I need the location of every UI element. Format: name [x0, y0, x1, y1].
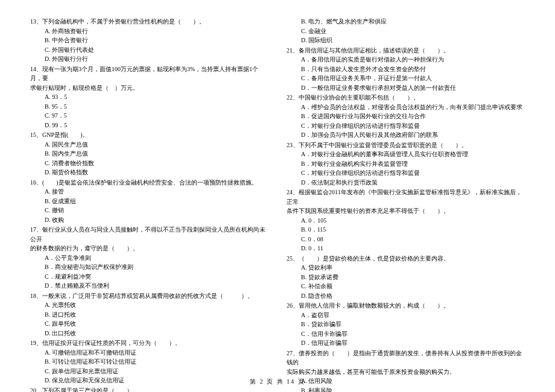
q20-text: 20、下列不属于第三产业的是（ ）。 — [30, 386, 268, 393]
q14-option-a: A. 93．5 — [30, 92, 268, 102]
q13-option-d: D. 外国银行分行 — [30, 54, 268, 64]
question-20: 20、下列不属于第三产业的是（ ）。 A. 房地产业 — [30, 386, 268, 393]
q18-option-d: D. 出口托收 — [30, 329, 268, 338]
q14-line2: 求银行贴现时，贴现价格是（ ）万元。 — [30, 83, 268, 93]
q15-option-d: D. 期货价格指数 — [30, 168, 268, 177]
q17-line1: 17、银行业从业人员在与同业人员接触时，不得以不正当手段刺探同业人员所在机构尚未… — [30, 225, 268, 244]
q21-option-b: B．只有当借款人发生意外才会发生资金的垫付 — [287, 65, 525, 74]
q19-text: 19、信用证按开证行保证性质的不同，可分为（ ）。 — [30, 338, 268, 348]
q27-line1: 27、债券投资的（ ）是指由于通货膨胀的发生，债券持有人从投资债券中所收到的金钱… — [287, 349, 525, 367]
question-17: 17、银行业从业人员在与同业人员接触时，不得以不正当手段刺探同业人员所在机构尚未… — [30, 225, 268, 291]
q26-text: 26、冒用他人信用卡，骗取财物数额较大的，构成（ ）。 — [287, 301, 525, 311]
question-24: 24、根据银监会2011年发布的《中国银行业实施新监管标准指导意见》，新标准实施… — [287, 188, 525, 253]
q20-option-c: C. 金融业 — [287, 27, 525, 36]
q15-option-b: B. 国内生产总值 — [30, 149, 268, 159]
right-column: B. 电力、燃气及水的生产和供应 C. 金融业 D. 国际组织 21、备用信用证… — [287, 17, 525, 392]
q25-option-b: B. 贷款承诺费 — [287, 273, 525, 282]
q15-option-a: A. 国民生产总值 — [30, 140, 268, 150]
q15-option-c: C. 消费者物价指数 — [30, 159, 268, 168]
q15-text: 15、GNP是指( )。 — [30, 130, 268, 140]
q18-option-a: A. 光票托收 — [30, 300, 268, 310]
question-22: 22、中国银行业协会的主要职能不包括（ ）。 A．维护会员的合法权益，对侵害会员… — [287, 93, 525, 140]
q22-text: 22、中国银行业协会的主要职能不包括（ ）。 — [287, 93, 525, 103]
q21-option-d: D．一般信用证业务要求银行承担对受益人的第一付款责任 — [287, 83, 525, 93]
q13-option-c: C. 外国银行代表处 — [30, 45, 268, 55]
q24-option-b: B. 0．115 — [287, 225, 525, 235]
q25-option-d: D. 隐含价格 — [287, 291, 525, 301]
q24-line2: 条件下我国系统重要性银行的资本充足率不得低于（ ）。 — [287, 206, 525, 216]
q22-option-a: A．维护会员的合法权益，对侵害会员合法权益的行为，向有关部门提出申诉或要求 — [287, 103, 525, 112]
question-15: 15、GNP是指( )。 A. 国民生产总值 B. 国内生产总值 C. 消费者物… — [30, 130, 268, 177]
q16-option-a: A. 接管 — [30, 187, 268, 197]
q20-option-b: B. 电力、燃气及水的生产和供应 — [287, 17, 525, 27]
q17-option-a: A．公平竞争准则 — [30, 253, 268, 263]
q17-option-d: D．禁止贿赂及不当便利 — [30, 281, 268, 291]
question-16: 16、( )是银监会依法保护银行业金融机构经营安全、合法的一项预防性拯救措施。 … — [30, 178, 268, 225]
q26-option-d: D．信用证诈骗罪 — [287, 338, 525, 348]
q21-option-a: A．备用信用证的实质是银行对借款人的一种担保行为 — [287, 55, 525, 65]
q23-option-a: A．对银行业金融机构的董事和高级管理人员实行任职资格管理 — [287, 150, 525, 159]
q26-option-b: B．贷款诈骗罪 — [287, 320, 525, 329]
q22-option-b: B．促进国内银行业与国外银行业的交往与合作 — [287, 112, 525, 121]
q19-option-a: A. 可撤销信用证和不可撤销信用证 — [30, 348, 268, 358]
q13-text: 13、下列金融机构中，不属于外资银行营业性机构的是（ ）。 — [30, 17, 268, 27]
q14-line1: 14、现有一张为期3个月，面值100万元的票据，贴现利率为3%，当持票人持有票据… — [30, 65, 268, 83]
q24-option-c: C. 0．08 — [287, 235, 525, 244]
q14-option-b: B. 95．5 — [30, 102, 268, 112]
q19-option-c: C. 跟单信用证和光票信用证 — [30, 367, 268, 376]
q23-option-c: C．对银行业自律组织的活动进行指导和监督 — [287, 168, 525, 178]
question-20-cont: B. 电力、燃气及水的生产和供应 C. 金融业 D. 国际组织 — [287, 17, 525, 45]
q16-option-b: B. 促成重组 — [30, 197, 268, 206]
question-14: 14、现有一张为期3个月，面值100万元的票据，贴现利率为3%，当持票人持有票据… — [30, 65, 268, 130]
q17-line2: 的财务数据的行为，遵守的是（ ）。 — [30, 244, 268, 253]
q25-option-c: C. 补偿余额 — [287, 282, 525, 291]
q26-option-c: C．信用卡诈骗罪 — [287, 329, 525, 339]
question-18: 18、一般来说，广泛用于非贸易结算或贸易从属费用收款的托收方式是（ ）。 A. … — [30, 291, 268, 338]
q18-text: 18、一般来说，广泛用于非贸易结算或贸易从属费用收款的托收方式是（ ）。 — [30, 291, 268, 301]
q27-line2: 实际购买力越来越低，甚至有可能低于原来投资金额的购买力。 — [287, 367, 525, 377]
left-column: 13、下列金融机构中，不属于外资银行营业性机构的是（ ）。 A. 外商独资银行 … — [30, 17, 268, 392]
q16-option-c: C. 撤销 — [30, 206, 268, 215]
q14-option-c: C. 97．5 — [30, 111, 268, 121]
question-25: 25、（ ）是贷款价格的主体，也是贷款价格的主要内容。 A. 贷款利率 B. 贷… — [287, 254, 525, 301]
q27-option-b: B. 利率风险 — [287, 386, 525, 393]
q16-option-d: D. 收购 — [30, 215, 268, 225]
q22-option-d: D．加强会员与中国人民银行及其他政府部门的联系 — [287, 130, 525, 140]
q23-text: 23、下列不属于中国银行业监督管理委员会监管职责的是（ ）。 — [287, 141, 525, 150]
q24-option-a: A. 0．105 — [287, 216, 525, 226]
q20-option-d: D. 国际组织 — [287, 36, 525, 45]
q25-option-a: A. 贷款利率 — [287, 263, 525, 273]
q18-option-b: B. 进口托收 — [30, 310, 268, 320]
page-footer: 第 2 页 共 14 页 — [0, 378, 555, 386]
question-21: 21、备用信用证与其他信用证相比，描述错误的是（ ）。 A．备用信用证的实质是银… — [287, 46, 525, 93]
q25-text: 25、（ ）是贷款价格的主体，也是贷款价格的主要内容。 — [287, 254, 525, 264]
q17-option-c: C．规避利益冲突 — [30, 272, 268, 282]
q17-option-b: B．商业秘密与知识产权保护准则 — [30, 262, 268, 272]
q21-text: 21、备用信用证与其他信用证相比，描述错误的是（ ）。 — [287, 46, 525, 55]
q22-option-c: C．对银行业自律组织的活动进行指导和监督 — [287, 121, 525, 131]
q21-option-c: C．备用信用证业务关系中，开证行是第一付款人 — [287, 74, 525, 83]
q13-option-b: B. 中外合资银行 — [30, 36, 268, 45]
q23-option-d: D．依法制定和执行货币政策 — [287, 178, 525, 188]
question-26: 26、冒用他人信用卡，骗取财物数额较大的，构成（ ）。 A．盗窃罪 B．贷款诈骗… — [287, 301, 525, 348]
q24-line1: 24、根据银监会2011年发布的《中国银行业实施新监管标准指导意见》，新标准实施… — [287, 188, 525, 206]
q18-option-c: C. 跟单托收 — [30, 319, 268, 329]
q26-option-a: A．盗窃罪 — [287, 311, 525, 320]
q14-option-d: D. 99．5 — [30, 121, 268, 130]
q23-option-b: B．对银行业金融机构实行并表监督管理 — [287, 159, 525, 169]
q24-option-d: D. 0．11 — [287, 244, 525, 253]
q16-text: 16、( )是银监会依法保护银行业金融机构经营安全、合法的一项预防性拯救措施。 — [30, 178, 268, 188]
q19-option-b: B. 可转让信用证和不可转让信用证 — [30, 357, 268, 367]
q13-option-a: A. 外商独资银行 — [30, 27, 268, 36]
question-13: 13、下列金融机构中，不属于外资银行营业性机构的是（ ）。 A. 外商独资银行 … — [30, 17, 268, 64]
question-23: 23、下列不属于中国银行业监督管理委员会监管职责的是（ ）。 A．对银行业金融机… — [287, 141, 525, 188]
